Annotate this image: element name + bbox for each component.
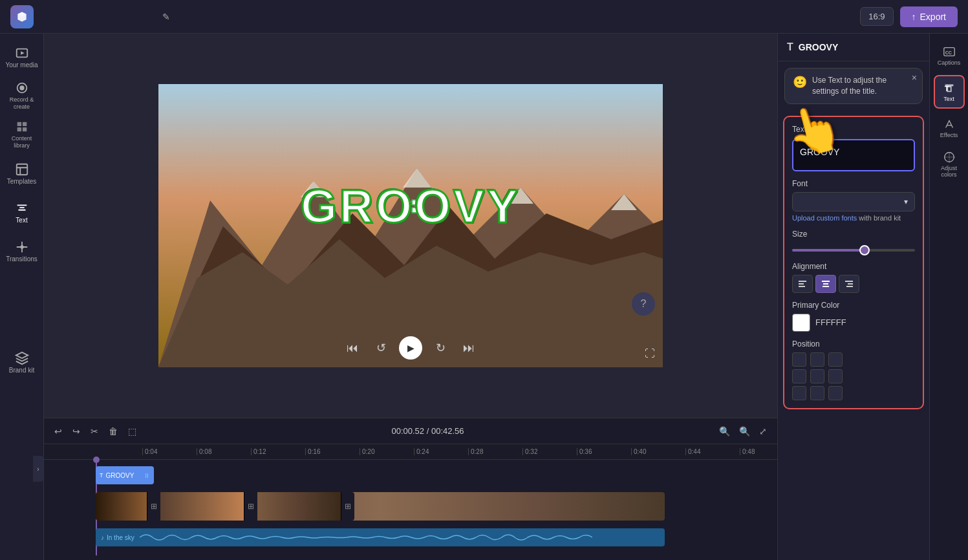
zoom-in-button[interactable]: 🔍 <box>737 424 753 439</box>
captions-tool-item[interactable]: CC Captions <box>934 39 965 72</box>
video-clip[interactable]: ⊞ ⊞ ⊞ <box>96 492 665 521</box>
text-tool-item[interactable]: T Text <box>934 75 965 109</box>
position-grid <box>792 352 844 400</box>
text-input[interactable]: GROOVY <box>792 139 915 171</box>
align-right-button[interactable] <box>839 275 859 293</box>
upload-fonts-suffix: with brand kit <box>859 214 901 222</box>
left-sidebar: Your media Record &create Contentlibrary <box>0 34 44 560</box>
sidebar-item-templates[interactable]: Templates <box>4 155 40 191</box>
play-button[interactable]: ▶ <box>399 336 422 360</box>
size-label: Size <box>792 230 915 239</box>
align-left-icon <box>798 279 807 288</box>
effects-icon <box>943 118 956 131</box>
sidebar-label-your-media: Your media <box>5 61 38 69</box>
export-button[interactable]: ↑ Export <box>900 6 958 27</box>
ruler-tick-3: 0:16 <box>305 448 360 455</box>
upload-fonts-section: Upload custom fonts with brand kit <box>792 214 915 222</box>
pos-middleright[interactable] <box>828 369 843 383</box>
timeline: ↩ ↪ ✂ 🗑 ⬚ 00:00.52 / 00:42.56 🔍 🔍 ⤢ <box>44 418 777 560</box>
pos-bottomleft[interactable] <box>792 386 806 400</box>
ruler-tick-10: 0:44 <box>685 448 740 455</box>
pos-middleleft[interactable] <box>792 369 806 383</box>
ruler-tick-11: 0:48 <box>740 448 777 455</box>
skip-end-button[interactable]: ⏭ <box>458 338 479 358</box>
timeline-time: 00:00.52 / 00:42.56 <box>144 426 711 436</box>
text-panel-header: T GROOVY <box>778 34 929 61</box>
audio-clip-label: In the sky <box>107 534 134 541</box>
pos-topleft[interactable] <box>792 352 806 367</box>
size-slider[interactable] <box>792 249 915 252</box>
audio-clip[interactable]: ♪ In the sky <box>96 528 665 546</box>
sidebar-label-record: Record &create <box>10 96 34 111</box>
pos-bottomright[interactable] <box>828 386 843 400</box>
track-content-text[interactable]: T GROOVY ⏸ <box>96 466 777 484</box>
chevron-down-icon: ▾ <box>904 197 908 206</box>
track-content-video[interactable]: ⊞ ⊞ ⊞ <box>96 492 777 521</box>
captions-icon: CC <box>943 45 956 58</box>
tooltip-close-button[interactable]: × <box>912 72 917 83</box>
color-row: FFFFFF <box>792 314 915 332</box>
align-right-icon <box>844 279 854 288</box>
align-left-button[interactable] <box>792 275 813 293</box>
waveform <box>140 531 592 544</box>
main-layout: Your media Record &create Contentlibrary <box>0 34 968 560</box>
fullscreen-button[interactable]: ⛶ <box>645 348 655 360</box>
ruler-tick-2: 0:12 <box>251 448 305 455</box>
sidebar-item-brand-kit[interactable]: Brand kit <box>4 345 40 381</box>
sidebar-item-record[interactable]: Record &create <box>4 78 40 114</box>
captions-label: Captions <box>938 59 961 66</box>
help-button[interactable]: ? <box>632 292 655 316</box>
audio-icon: ♪ <box>101 534 104 541</box>
track-row-audio: ♪ In the sky <box>44 526 777 549</box>
pos-bottomcenter[interactable] <box>810 386 824 400</box>
copy-button[interactable]: ⬚ <box>125 424 139 439</box>
redo-button[interactable]: ↪ <box>70 424 83 439</box>
align-center-icon <box>821 279 830 288</box>
svg-rect-25 <box>846 286 853 287</box>
upload-custom-fonts-link[interactable]: Upload custom fonts <box>792 214 857 222</box>
text-tool-label: Text <box>943 96 954 102</box>
effects-tool-item[interactable]: Effects <box>934 111 965 145</box>
alignment-buttons <box>792 275 915 293</box>
svg-rect-23 <box>845 281 853 282</box>
svg-rect-22 <box>823 286 829 287</box>
skip-start-button[interactable]: ⏮ <box>342 338 363 358</box>
sidebar-item-content-library[interactable]: Contentlibrary <box>4 116 40 153</box>
color-swatch[interactable] <box>792 314 810 332</box>
timeline-toolbar: ↩ ↪ ✂ 🗑 ⬚ 00:00.52 / 00:42.56 🔍 🔍 ⤢ <box>44 418 777 444</box>
rewind-button[interactable]: ↺ <box>371 338 391 358</box>
sidebar-item-your-media[interactable]: Your media <box>4 39 40 75</box>
sidebar-label-transitions: Transitions <box>6 255 38 263</box>
timeline-tracks: T GROOVY ⏸ ⊞ <box>44 460 777 555</box>
zoom-out-button[interactable]: 🔍 <box>716 424 733 439</box>
sidebar-label-content-library: Contentlibrary <box>12 135 32 149</box>
fit-zoom-button[interactable]: ⤢ <box>757 424 769 439</box>
video-title-input[interactable]: My video <box>44 12 157 22</box>
forward-button[interactable]: ↻ <box>430 338 451 358</box>
svg-text:T: T <box>944 85 949 92</box>
primary-color-label: Primary Color <box>792 301 915 310</box>
sidebar-collapse-button[interactable]: › <box>33 456 43 482</box>
svg-point-1 <box>19 86 24 91</box>
svg-rect-20 <box>822 281 830 282</box>
ratio-button[interactable]: 16:9 <box>860 7 893 26</box>
text-clip-groovy[interactable]: T GROOVY ⏸ <box>96 466 154 484</box>
sidebar-item-text[interactable]: Text <box>4 194 40 230</box>
adjust-colors-item[interactable]: Adjust colors <box>934 147 965 181</box>
font-select-dropdown[interactable]: ▾ <box>792 192 915 211</box>
delete-button[interactable]: 🗑 <box>106 424 120 439</box>
svg-rect-19 <box>799 286 805 287</box>
pos-middlecenter[interactable] <box>810 369 824 383</box>
pos-topright[interactable] <box>828 352 843 367</box>
topbar: My video ✎ 16:9 ↑ Export <box>0 0 968 34</box>
groovy-text-overlay[interactable]: GROOVY <box>301 180 521 233</box>
align-center-button[interactable] <box>815 275 836 293</box>
undo-button[interactable]: ↩ <box>52 424 65 439</box>
cut-button[interactable]: ✂ <box>88 424 101 439</box>
pos-topcenter[interactable] <box>810 352 824 367</box>
sidebar-item-transitions[interactable]: Transitions <box>4 233 40 269</box>
video-canvas: GROOVY ⏮ ↺ ▶ ↻ ⏭ ⛶ ? <box>158 84 663 367</box>
sidebar-label-text: Text <box>16 217 27 224</box>
track-content-audio[interactable]: ♪ In the sky <box>96 528 777 546</box>
export-icon: ↑ <box>912 12 916 22</box>
